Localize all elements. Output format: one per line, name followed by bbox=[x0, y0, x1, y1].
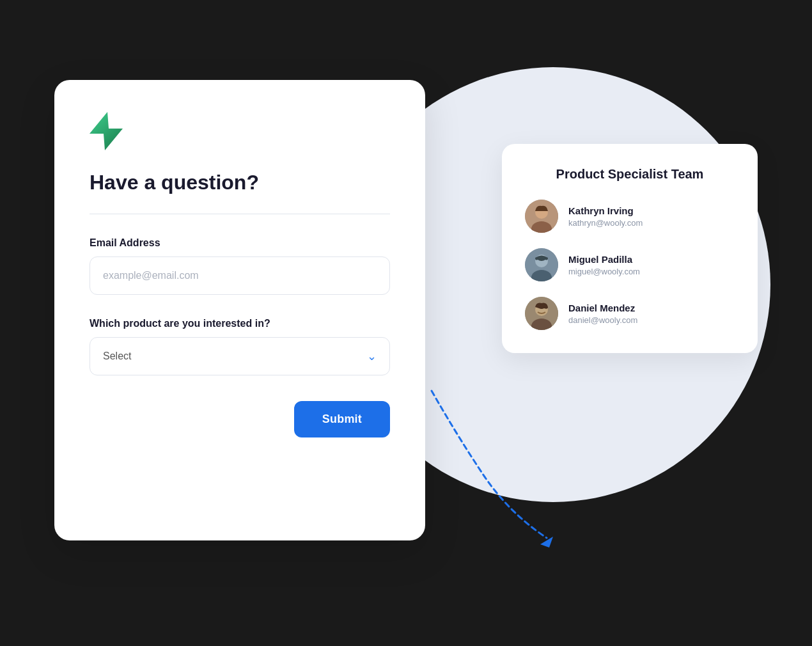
team-member-2: Daniel Mendez daniel@wooly.com bbox=[525, 297, 735, 330]
member-name-0: Kathryn Irving bbox=[568, 205, 643, 216]
team-member-0: Kathryn Irving kathryn@wooly.com bbox=[525, 200, 735, 233]
team-title: Product Specialist Team bbox=[525, 167, 735, 182]
product-select-wrapper: Select ⌄ bbox=[90, 337, 390, 375]
member-email-1: miguel@wooly.com bbox=[568, 267, 640, 276]
member-info-0: Kathryn Irving kathryn@wooly.com bbox=[568, 205, 643, 228]
team-member-1: Miguel Padilla miguel@wooly.com bbox=[525, 248, 735, 281]
member-email-0: kathryn@wooly.com bbox=[568, 218, 643, 228]
member-name-2: Daniel Mendez bbox=[568, 303, 637, 313]
email-input[interactable] bbox=[90, 256, 390, 295]
dashed-arrow-decoration bbox=[393, 384, 598, 553]
product-select[interactable]: Select ⌄ bbox=[90, 337, 390, 375]
member-info-1: Miguel Padilla miguel@wooly.com bbox=[568, 254, 640, 276]
member-email-2: daniel@wooly.com bbox=[568, 315, 637, 325]
team-card: Product Specialist Team Kathryn Irving k… bbox=[502, 144, 758, 353]
submit-row: Submit bbox=[90, 401, 390, 437]
scene: Have a question? Email Address Which pro… bbox=[54, 42, 758, 604]
avatar-daniel bbox=[525, 297, 558, 330]
form-divider bbox=[90, 214, 390, 214]
email-label: Email Address bbox=[90, 237, 390, 249]
submit-button[interactable]: Submit bbox=[294, 401, 390, 437]
form-card: Have a question? Email Address Which pro… bbox=[54, 80, 425, 540]
member-info-2: Daniel Mendez daniel@wooly.com bbox=[568, 303, 637, 325]
avatar-miguel bbox=[525, 248, 558, 281]
chevron-down-icon: ⌄ bbox=[367, 349, 377, 363]
avatar-kathryn bbox=[525, 200, 558, 233]
member-name-1: Miguel Padilla bbox=[568, 254, 640, 265]
select-value: Select bbox=[103, 351, 131, 362]
product-label: Which product are you interested in? bbox=[90, 318, 390, 329]
form-title: Have a question? bbox=[90, 171, 390, 194]
logo bbox=[90, 112, 123, 145]
